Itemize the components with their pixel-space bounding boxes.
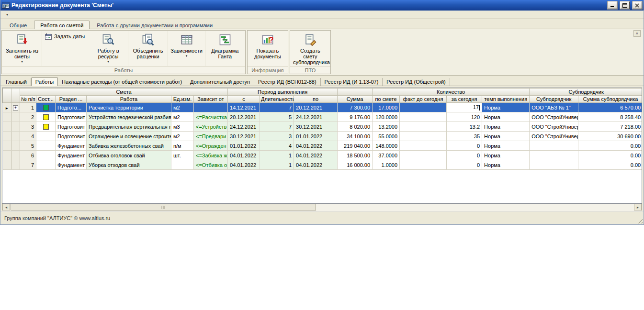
cell-sub_sum[interactable]: 8 258.40 xyxy=(578,112,642,122)
cell-status[interactable] xyxy=(36,122,56,132)
cell-rate[interactable]: Норма xyxy=(482,151,530,160)
scroll-left-button[interactable]: ◄ xyxy=(2,204,10,210)
column-header-dep[interactable]: Зависит от xyxy=(194,96,228,103)
cell-from[interactable]: 04.01.2022 xyxy=(228,160,260,170)
column-group-header[interactable] xyxy=(338,89,373,96)
ribbon-tab[interactable]: Работа со сметой xyxy=(34,21,90,29)
column-header-sub_sum[interactable]: Сумма субподрядчика xyxy=(578,96,642,103)
show-documents-button[interactable]: ?Показать документы xyxy=(248,31,287,66)
column-header-from[interactable]: с xyxy=(228,96,260,103)
cell-ed[interactable]: м2 xyxy=(171,103,194,112)
cell-dep[interactable]: <=Расчистка xyxy=(194,112,228,122)
cell-fact[interactable] xyxy=(400,151,447,160)
cell-fact[interactable] xyxy=(400,132,447,141)
column-group-header[interactable]: Количество xyxy=(373,89,530,96)
cell-rate[interactable]: Норма xyxy=(482,132,530,141)
ribbon-collapse-button[interactable]: ˄ xyxy=(633,30,641,37)
cell-fact[interactable] xyxy=(400,160,447,170)
column-header-today[interactable]: за сегодня xyxy=(447,96,482,103)
row-indicator-cell[interactable] xyxy=(3,151,11,160)
cell-to[interactable]: 20.12.2021 xyxy=(294,103,338,112)
column-group-header[interactable]: Период выполнения xyxy=(228,89,338,96)
row-expand-cell[interactable] xyxy=(11,122,20,132)
cell-sum[interactable]: 9 176.00 xyxy=(338,112,373,122)
doc-tab[interactable]: Реестр ИД (Общестрой) xyxy=(383,78,450,86)
column-header-fact[interactable]: факт до сегодня xyxy=(400,96,447,103)
cell-today[interactable]: 35 xyxy=(447,132,482,141)
minimize-button[interactable] xyxy=(608,1,617,9)
cell-dep[interactable]: <=Предвари xyxy=(194,132,228,141)
doc-tab[interactable]: Главный xyxy=(2,78,31,86)
cell-sub_sum[interactable]: 6 570.00 xyxy=(578,103,642,112)
cell-rabota[interactable]: Уборка отходов свай xyxy=(87,160,171,170)
cell-dep[interactable] xyxy=(194,103,228,112)
cell-rate[interactable]: Норма xyxy=(482,122,530,132)
cell-sum[interactable]: 34 100.00 xyxy=(338,132,373,141)
cell-dep[interactable]: <=Огражден xyxy=(194,141,228,151)
column-header-sub[interactable]: Субподрядчик xyxy=(530,96,578,103)
row-indicator-cell[interactable] xyxy=(3,112,11,122)
cell-num[interactable]: 6 xyxy=(20,151,36,160)
cell-qty_plan[interactable]: 55.0000 xyxy=(373,132,400,141)
expand-button[interactable]: + xyxy=(13,105,18,111)
doc-tab[interactable]: Работы xyxy=(31,78,58,86)
column-header-dur[interactable]: Длительность xyxy=(260,96,294,103)
set-dates-button[interactable]: Задать даты xyxy=(42,31,89,42)
cell-rabota[interactable]: Ограждение и освещение строител xyxy=(87,132,171,141)
cell-dur[interactable]: 4 xyxy=(260,141,294,151)
cell-sum[interactable]: 7 300.00 xyxy=(338,103,373,112)
resize-grip[interactable] xyxy=(636,217,643,223)
cell-today[interactable]: 13.2 xyxy=(447,122,482,132)
cell-sub[interactable]: ООО "СтройУнивер xyxy=(530,132,578,141)
cell-rabota[interactable]: Устройство геодезической разбивк xyxy=(87,112,171,122)
cell-sub[interactable]: ООО "СтройУнивер xyxy=(530,122,578,132)
cell-to[interactable]: 04.01.2022 xyxy=(294,151,338,160)
cell-ed[interactable]: п/м xyxy=(171,141,194,151)
cell-sub_sum[interactable]: 0.00 xyxy=(578,160,642,170)
cell-to[interactable]: 01.01.2022 xyxy=(294,132,338,141)
column-header-to[interactable]: по xyxy=(294,96,338,103)
fill-from-estimate-button[interactable]: Заполнить из сметы▾ xyxy=(2,31,42,66)
cell-dur[interactable]: 7 xyxy=(260,103,294,112)
cell-num[interactable]: 4 xyxy=(20,132,36,141)
cell-fact[interactable] xyxy=(400,122,447,132)
cell-from[interactable]: 04.01.2022 xyxy=(228,151,260,160)
row-expand-cell[interactable] xyxy=(11,160,20,170)
column-header-ed[interactable]: Ед.изм. xyxy=(171,96,194,103)
cell-sub_sum[interactable]: 7 218.00 xyxy=(578,122,642,132)
column-header-sum[interactable]: Сумма xyxy=(338,96,373,103)
row-indicator-cell[interactable] xyxy=(3,141,11,151)
cell-num[interactable]: 3 xyxy=(20,122,36,132)
row-indicator-cell[interactable]: ► xyxy=(3,103,11,112)
horizontal-scrollbar[interactable]: ◄ ► xyxy=(2,204,642,211)
cell-razdel[interactable]: Фундамент xyxy=(56,151,87,160)
cell-qty_plan[interactable]: 120.0000 xyxy=(373,112,400,122)
cell-rate[interactable]: Норма xyxy=(482,141,530,151)
column-header-razdel[interactable]: Раздел ... xyxy=(56,96,87,103)
cell-rabota[interactable]: Забивка железобетонных свай xyxy=(87,141,171,151)
ribbon-tab[interactable]: Работа с другими документами и программа… xyxy=(90,21,219,29)
cell-from[interactable]: 01.01.2022 xyxy=(228,141,260,151)
grid-row[interactable]: 4ПодготовитОграждение и освещение строит… xyxy=(3,132,643,141)
cell-qty_plan[interactable]: 13.2000 xyxy=(373,122,400,132)
work-to-resources-button[interactable]: Работу в ресурсы▾ xyxy=(89,31,128,66)
column-group-header[interactable]: Субподрядчик xyxy=(530,89,642,96)
row-expand-cell[interactable] xyxy=(11,132,20,141)
cell-num[interactable]: 2 xyxy=(20,112,36,122)
scrollbar-thumb[interactable] xyxy=(11,204,316,210)
cell-ed[interactable]: шт. xyxy=(171,151,194,160)
cell-today[interactable]: 120 xyxy=(447,112,482,122)
cell-sub[interactable]: ООО "АБЗ № 1" xyxy=(530,103,578,112)
cell-num[interactable]: 7 xyxy=(20,160,36,170)
cell-sub_sum[interactable]: 0.00 xyxy=(578,141,642,151)
cell-dur[interactable]: 1 xyxy=(260,160,294,170)
doc-tab[interactable]: Реестр ИД (ВСН012-88) xyxy=(254,78,321,86)
ribbon-tab[interactable]: Общие xyxy=(3,21,33,29)
cell-ed[interactable] xyxy=(171,160,194,170)
cell-status[interactable] xyxy=(36,160,56,170)
grid-row[interactable]: 7ФундаментУборка отходов свай<=Отбивка о… xyxy=(3,160,643,170)
cell-sum[interactable]: 18 500.00 xyxy=(338,151,373,160)
toolbar-options-icon[interactable]: ▾ xyxy=(3,11,11,18)
maximize-button[interactable] xyxy=(620,1,630,9)
cell-sub_sum[interactable]: 30 690.00 xyxy=(578,132,642,141)
